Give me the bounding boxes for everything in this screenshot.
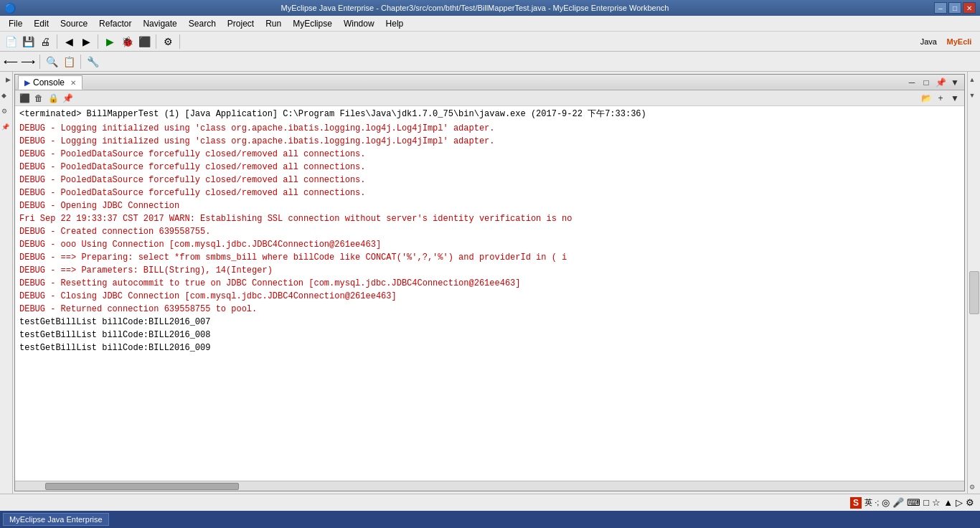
back-button[interactable]: ◀ <box>61 34 77 50</box>
menu-item-help[interactable]: Help <box>380 17 410 30</box>
menu-item-project[interactable]: Project <box>222 17 260 30</box>
right-icon-scrollbar[interactable] <box>969 271 979 314</box>
toolbar-1: 📄 💾 🖨 ◀ ▶ ▶ 🐞 ⬛ ⚙ Java MyEcli <box>0 32 980 52</box>
console-line-4: DEBUG - PooledDataSource forcefully clos… <box>19 174 960 187</box>
right-icon-3[interactable]: ⚙ <box>969 484 979 494</box>
console-icon: ▶ <box>24 78 30 88</box>
statusbar-lang: 英 ·; <box>864 497 879 508</box>
console-line-6: DEBUG - Opening JDBC Connection <box>19 199 960 212</box>
debug-button[interactable]: 🐞 <box>119 34 135 50</box>
save-button[interactable]: 💾 <box>20 34 36 50</box>
print-button[interactable]: 🖨 <box>37 34 53 50</box>
left-icon-1[interactable]: ▶ <box>1 76 11 86</box>
tb2-btn4[interactable]: 📋 <box>61 54 77 70</box>
console-open-btn[interactable]: 📂 <box>920 92 933 105</box>
stop-button[interactable]: ⬛ <box>136 34 152 50</box>
menu-item-myeclipse[interactable]: MyEclipse <box>287 17 338 30</box>
console-line-13: DEBUG - Closing JDBC Connection [com.mys… <box>19 290 960 303</box>
titlebar-title: MyEclipse Java Enterprise - Chapter3/src… <box>16 4 934 12</box>
maximize-button[interactable]: □ <box>948 2 961 14</box>
console-line-8: DEBUG - Created connection 639558755. <box>19 225 960 238</box>
tb2-btn5[interactable]: 🔧 <box>85 54 100 70</box>
statusbar-icon4[interactable]: □ <box>923 497 929 508</box>
console-close-icon[interactable]: ✕ <box>70 79 76 87</box>
statusbar-icon6[interactable]: ▲ <box>943 497 953 508</box>
console-line-1: DEBUG - Logging initialized using 'class… <box>19 135 960 148</box>
console-line-5: DEBUG - PooledDataSource forcefully clos… <box>19 187 960 199</box>
console-line-14: DEBUG - Returned connection 639558755 to… <box>19 303 960 316</box>
console-line-15: testGetBillList billCode:BILL2016_007 <box>19 316 960 329</box>
menu-item-refactor[interactable]: Refactor <box>93 17 137 30</box>
console-minimize-btn[interactable]: ─ <box>905 76 918 89</box>
left-panel: ▶ ◆ ⚙ 📌 <box>0 72 13 494</box>
tb2-btn1[interactable]: ⟵ <box>3 54 19 70</box>
statusbar-icon1[interactable]: ◎ <box>882 497 890 508</box>
console-pin-btn[interactable]: 📌 <box>934 76 947 89</box>
console-new-btn[interactable]: + <box>934 92 947 105</box>
console-line-11: DEBUG - ==> Parameters: BILL(String), 14… <box>19 264 960 277</box>
menu-item-navigate[interactable]: Navigate <box>137 17 182 30</box>
menu-item-file[interactable]: File <box>3 17 28 30</box>
console-header: ▶ Console ✕ ─ □ 📌 ▼ <box>15 75 964 90</box>
menubar: FileEditSourceRefactorNavigateSearchProj… <box>0 16 980 32</box>
console-line-16: testGetBillList billCode:BILL2016_008 <box>19 329 960 341</box>
console-line-7: Fri Sep 22 19:33:37 CST 2017 WARN: Estab… <box>19 212 960 225</box>
tb2-btn3[interactable]: 🔍 <box>44 54 60 70</box>
new-button[interactable]: 📄 <box>3 34 19 50</box>
console-pin2-btn[interactable]: 📌 <box>61 92 74 105</box>
minimize-button[interactable]: – <box>934 2 947 14</box>
statusbar-icon8[interactable]: ⚙ <box>966 497 974 508</box>
myeclipse-button[interactable]: MyEcli <box>941 34 977 50</box>
input-method-s[interactable]: S <box>850 497 862 509</box>
console-maximize-btn[interactable]: □ <box>920 76 933 89</box>
console-clear-btn[interactable]: 🗑 <box>32 92 45 105</box>
horizontal-scrollbar[interactable] <box>15 481 964 491</box>
taskbar: MyEclipse Java Enterprise <box>0 511 980 528</box>
console-content: <terminated> BillMapperTest (1) [Java Ap… <box>15 106 964 481</box>
console-tab[interactable]: ▶ Console ✕ <box>18 75 83 90</box>
forward-button[interactable]: ▶ <box>78 34 94 50</box>
right-icon-2[interactable]: ▼ <box>969 92 979 102</box>
console-line-10: DEBUG - ==> Preparing: select *from smbm… <box>19 251 960 264</box>
sep-tb2-1 <box>39 55 40 69</box>
separator-2 <box>98 34 98 49</box>
console-line-17: testGetBillList billCode:BILL2016_009 <box>19 341 960 354</box>
titlebar-icon: 🔵 <box>4 3 16 14</box>
left-icon-2[interactable]: ◆ <box>1 92 11 102</box>
settings-button[interactable]: ⚙ <box>160 34 176 50</box>
console-scroll-lock-btn[interactable]: 🔒 <box>47 92 60 105</box>
separator-4 <box>179 34 180 49</box>
run-button[interactable]: ▶ <box>102 34 118 50</box>
titlebar-controls: – □ ✕ <box>934 2 976 14</box>
tb2-btn2[interactable]: ⟶ <box>20 54 36 70</box>
left-icon-3[interactable]: ⚙ <box>1 108 11 118</box>
titlebar: 🔵 MyEclipse Java Enterprise - Chapter3/s… <box>0 0 980 16</box>
statusbar-right: S 英 ·; ◎ 🎤 ⌨ □ ☆ ▲ ▷ ⚙ <box>850 497 974 509</box>
close-button[interactable]: ✕ <box>963 2 976 14</box>
taskbar-item-1[interactable]: MyEclipse Java Enterprise <box>3 513 109 526</box>
statusbar-icon2[interactable]: 🎤 <box>892 497 904 508</box>
scrollbar-thumb[interactable] <box>45 483 239 490</box>
console-line-3: DEBUG - PooledDataSource forcefully clos… <box>19 161 960 174</box>
statusbar-icon5[interactable]: ☆ <box>932 497 941 508</box>
sep-tb2-2 <box>80 55 81 69</box>
perspective-label: Java <box>920 37 937 46</box>
statusbar-icon7[interactable]: ▷ <box>956 497 963 508</box>
console-line-0: DEBUG - Logging initialized using 'class… <box>19 122 960 135</box>
console-line-2: DEBUG - PooledDataSource forcefully clos… <box>19 148 960 161</box>
menu-item-window[interactable]: Window <box>338 17 380 30</box>
console-stop-btn[interactable]: ⬛ <box>18 92 31 105</box>
statusbar-icon3[interactable]: ⌨ <box>907 497 920 508</box>
console-menu-btn[interactable]: ▼ <box>948 76 961 89</box>
console-tab-controls: ─ □ 📌 ▼ <box>905 76 961 89</box>
menu-item-edit[interactable]: Edit <box>28 17 55 30</box>
menu-item-search[interactable]: Search <box>183 17 222 30</box>
main-area: ▶ ◆ ⚙ 📌 ▶ Console ✕ ─ □ 📌 ▼ ⬛ 🗑 🔒 � <box>0 72 980 494</box>
console-header-text: <terminated> BillMapperTest (1) [Java Ap… <box>19 109 646 119</box>
menu-item-run[interactable]: Run <box>260 17 287 30</box>
menu-item-source[interactable]: Source <box>55 17 93 30</box>
right-icon-1[interactable]: ▲ <box>969 76 979 86</box>
left-icon-4[interactable]: 📌 <box>1 123 11 133</box>
console-tab-label: Console <box>33 77 65 88</box>
console-view-menu-btn[interactable]: ▼ <box>948 92 961 105</box>
